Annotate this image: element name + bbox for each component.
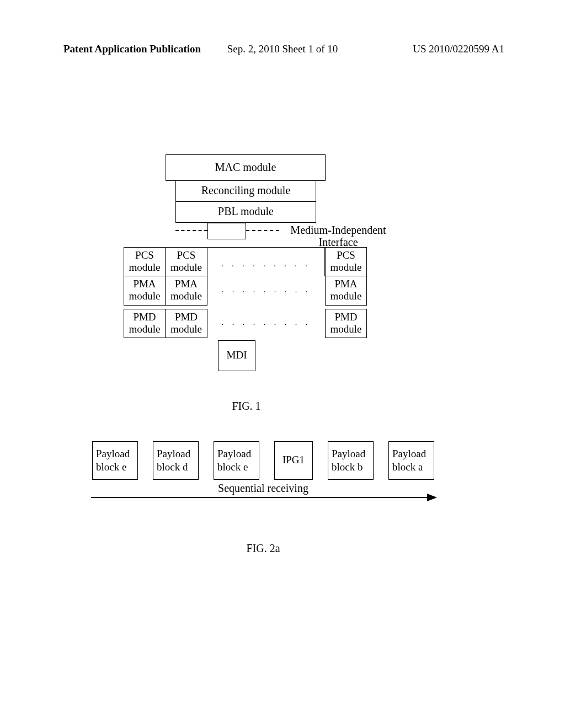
payload-blocks-row: Payload block e Payload block d Payload …: [92, 441, 434, 480]
mac-module-box: MAC module: [166, 154, 326, 181]
pmd-module-n: PMD module: [325, 309, 367, 338]
pma-module-2: PMA module: [166, 276, 207, 306]
payload-block-e2: Payload block e: [214, 441, 259, 480]
mdi-box: MDI: [218, 340, 255, 371]
arrow-head-icon: [427, 494, 437, 501]
payload-block-b: Payload block b: [328, 441, 374, 480]
reconciling-module-box: Reconciling module: [175, 181, 316, 202]
dash-connector-right: [246, 230, 279, 231]
figure-1: MAC module Reconciling module PBL module…: [124, 154, 369, 413]
header-left: Patent Application Publication: [63, 43, 201, 55]
pmd-row: PMD module PMD module . . . . . . . . . …: [124, 309, 369, 338]
pmd-module-1: PMD module: [124, 309, 166, 338]
pma-module-1: PMA module: [124, 276, 166, 306]
payload-block-d: Payload block d: [153, 441, 199, 480]
pmd-module-2: PMD module: [166, 309, 207, 338]
mii-empty-box: [207, 223, 246, 239]
pma-ellipsis: . . . . . . . . .: [207, 276, 325, 306]
sequential-arrow: [91, 497, 436, 498]
mii-label: Medium-Independent Interface: [283, 224, 393, 248]
seq-receiving-label: Sequential receiving: [92, 482, 434, 495]
pcs-row: PCS module PCS module . . . . . . . . . …: [124, 247, 369, 276]
pma-module-n: PMA module: [325, 276, 367, 306]
mii-row: Medium-Independent Interface: [175, 224, 369, 244]
pcs-module-2: PCS module: [166, 247, 207, 276]
dash-connector-left: [175, 230, 207, 231]
fig2a-caption: FIG. 2a: [92, 542, 434, 555]
ipg1-block: IPG1: [274, 441, 313, 480]
fig1-caption: FIG. 1: [124, 400, 369, 413]
pbl-module-box: PBL module: [175, 202, 316, 223]
payload-block-e1: Payload block e: [92, 441, 138, 480]
header-right: US 2010/0220599 A1: [413, 43, 504, 55]
pcs-ellipsis: . . . . . . . . .: [207, 247, 325, 276]
header-center: Sep. 2, 2010 Sheet 1 of 10: [227, 43, 338, 55]
pcs-module-n: PCS module: [325, 247, 367, 276]
pcs-module-1: PCS module: [124, 247, 166, 276]
payload-block-a: Payload block a: [388, 441, 434, 480]
figure-2a: Payload block e Payload block d Payload …: [92, 441, 434, 555]
pma-row: PMA module PMA module . . . . . . . . . …: [124, 276, 369, 306]
pmd-ellipsis: . . . . . . . . .: [207, 309, 325, 338]
